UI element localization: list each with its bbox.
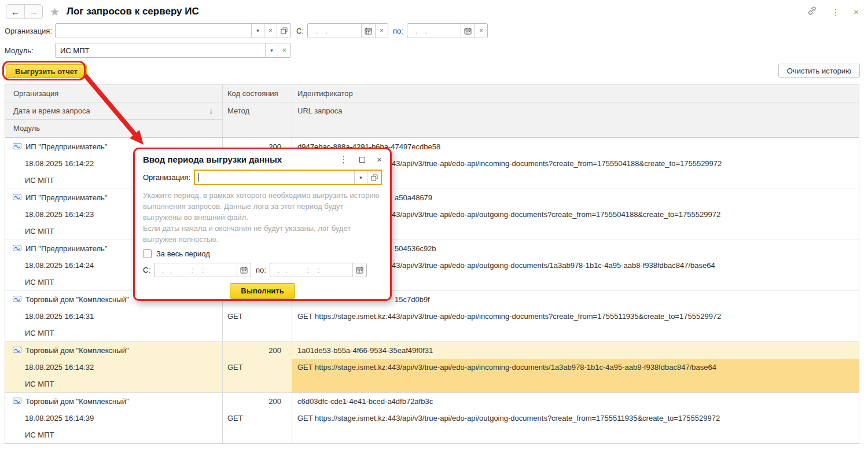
calendar-icon[interactable]: [352, 263, 366, 277]
dialog-menu-icon[interactable]: ⋮: [339, 155, 348, 164]
open-icon[interactable]: [367, 171, 381, 184]
row-datetime: 18.08.2025 16:14:31: [5, 308, 222, 325]
row-module: ИС МПТ: [5, 325, 222, 341]
dropdown-icon[interactable]: ▾: [251, 24, 264, 38]
header-method[interactable]: Метод: [223, 102, 292, 137]
dialog-title: Ввод периода выгрузки данных: [143, 155, 328, 164]
clear-icon[interactable]: ×: [475, 24, 487, 38]
window-actions: ⋮ ×: [807, 6, 859, 18]
from-label: С:: [296, 27, 304, 35]
whole-period-checkbox[interactable]: За весь период: [143, 249, 382, 258]
filter-row-1: Организация: ▾ × С: . . × по: . . ×: [5, 23, 488, 38]
row-status-code: 200: [223, 342, 292, 359]
dialog-from-label: С:: [143, 266, 150, 274]
checkbox-icon[interactable]: [143, 249, 152, 258]
dialog-close-icon[interactable]: ×: [377, 155, 382, 164]
whole-period-label: За весь период: [156, 249, 210, 258]
request-record-icon: [13, 189, 21, 206]
back-icon: ←: [11, 7, 20, 17]
dialog-to-datetime-input[interactable]: . . : :: [270, 263, 367, 277]
row-identifier: 1a01de53-b55a-4f66-9534-35eaf49f0f31: [292, 342, 859, 359]
organization-label: Организация:: [5, 27, 55, 35]
header-module[interactable]: Модуль: [5, 120, 222, 137]
module-value: ИС МПТ: [56, 46, 265, 55]
row-method: GET: [223, 410, 292, 443]
organization-input[interactable]: ▾ ×: [55, 23, 291, 38]
sort-descending-icon: ↓: [209, 102, 214, 119]
to-date-input[interactable]: . . ×: [407, 23, 488, 38]
table-row[interactable]: Торговый дом "Комплексный" 18.08.2025 16…: [5, 291, 859, 341]
row-module: ИС МПТ: [5, 427, 222, 443]
row-organization: ИП "Предприниматель": [25, 240, 107, 257]
clear-icon[interactable]: ×: [278, 43, 290, 57]
header-identifier[interactable]: Идентификатор: [292, 85, 859, 102]
header-organization[interactable]: Организация: [5, 85, 222, 102]
row-identifier: c6d03dfc-cde1-4e41-bced-a4dfb72afb3c: [292, 393, 859, 410]
dialog-maximize-icon[interactable]: [359, 155, 365, 164]
row-url: GET https://stage.ismet.kz:443/api/v3/tr…: [292, 410, 859, 443]
calendar-icon[interactable]: [237, 263, 251, 277]
filter-row-2: Модуль: ИС МПТ ▾ ×: [5, 43, 291, 58]
request-record-icon: [13, 138, 21, 155]
table-header: Организация Дата и время запроса ↓ Модул…: [5, 85, 859, 138]
app-header: ← → ★ Лог запросов к серверу ИС: [6, 3, 199, 20]
header-status-code[interactable]: Код состояния: [223, 85, 292, 102]
module-label: Модуль:: [5, 46, 55, 55]
open-icon[interactable]: [277, 24, 290, 38]
text-cursor: [198, 173, 198, 182]
dropdown-icon[interactable]: ▾: [354, 171, 367, 184]
back-button[interactable]: ←: [6, 5, 24, 19]
close-icon[interactable]: ×: [854, 8, 859, 16]
row-method: GET: [223, 359, 292, 392]
clear-icon[interactable]: ×: [264, 24, 277, 38]
row-method: GET: [223, 308, 292, 341]
row-datetime: 18.08.2025 16:14:32: [5, 359, 222, 376]
row-organization: ИП "Предприниматель": [25, 189, 107, 206]
request-record-icon: [13, 240, 21, 257]
row-url: GET https://stage.ismet.kz:443/api/v3/tr…: [292, 359, 859, 392]
row-organization: ИП "Предприниматель": [25, 138, 107, 155]
dialog-organization-label: Организация:: [143, 173, 190, 182]
calendar-icon[interactable]: [361, 24, 375, 38]
request-record-icon: [13, 291, 21, 308]
row-organization: Торговый дом "Комплексный": [25, 342, 129, 359]
forward-icon: →: [30, 7, 38, 17]
page-title: Лог запросов к серверу ИС: [67, 6, 199, 17]
calendar-icon[interactable]: [461, 24, 475, 38]
export-report-button[interactable]: Выгрузить отчет: [6, 64, 87, 78]
header-url[interactable]: URL запроса: [292, 102, 859, 137]
table-row[interactable]: Торговый дом "Комплексный" 18.08.2025 16…: [5, 392, 859, 443]
forward-button[interactable]: →: [24, 5, 42, 19]
to-label: по:: [393, 27, 403, 35]
dialog-help-text: Укажите период, в рамках которого необхо…: [143, 190, 382, 245]
row-datetime: 18.08.2025 16:14:39: [5, 410, 222, 427]
dropdown-icon[interactable]: ▾: [265, 43, 278, 57]
dialog-from-datetime-input[interactable]: . . : :: [154, 263, 251, 277]
row-organization: Торговый дом "Комплексный": [25, 393, 129, 410]
clear-icon[interactable]: ×: [375, 24, 388, 38]
link-icon[interactable]: [807, 6, 817, 18]
dialog-from-datetime-value: . . : :: [155, 266, 237, 274]
favorite-star-icon[interactable]: ★: [50, 5, 60, 19]
from-date-value: . .: [308, 27, 361, 35]
row-module: ИС МПТ: [5, 376, 222, 392]
header-datetime[interactable]: Дата и время запроса ↓: [5, 102, 222, 120]
dialog-organization-input[interactable]: ▾: [194, 170, 382, 185]
more-menu-icon[interactable]: ⋮: [831, 8, 840, 16]
request-record-icon: [13, 342, 21, 359]
to-date-value: . .: [407, 27, 461, 35]
execute-button[interactable]: Выполнить: [230, 283, 295, 299]
row-url: GET https://stage.ismet.kz:443/api/v3/tr…: [292, 308, 859, 341]
dialog-to-label: по:: [256, 266, 266, 274]
dialog-to-datetime-value: . . : :: [270, 266, 352, 274]
clear-history-button[interactable]: Очистить историю: [778, 64, 860, 78]
row-organization: Торговый дом "Комплексный": [25, 291, 129, 308]
nav-group: ← →: [6, 4, 43, 19]
export-period-dialog: Ввод периода выгрузки данных ⋮ × Организ…: [133, 148, 392, 301]
table-row-selected[interactable]: Торговый дом "Комплексный" 18.08.2025 16…: [5, 341, 859, 392]
request-record-icon: [13, 393, 21, 410]
module-input[interactable]: ИС МПТ ▾ ×: [55, 43, 291, 58]
row-status-code: 200: [223, 393, 292, 410]
from-date-input[interactable]: . . ×: [307, 23, 388, 38]
